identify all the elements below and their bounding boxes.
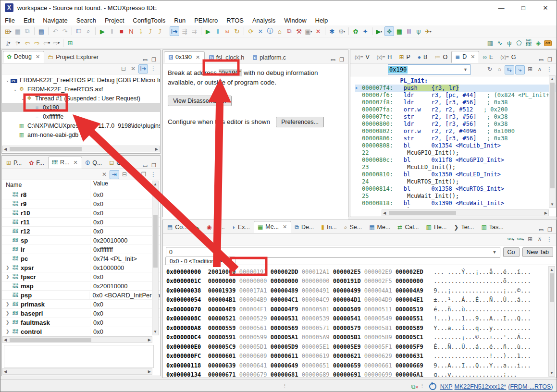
register-row[interactable]: ❯1010 0101fpscr0x0 [2, 272, 160, 282]
remove-all-icon[interactable]: ✕ [129, 65, 137, 73]
disasm-asm-line[interactable]: 00000806: str r2, [r3, #56] ; 0x38 [355, 135, 556, 142]
close-button[interactable]: ✕ [534, 0, 557, 15]
chevron-down-icon[interactable]: ▾ [48, 41, 50, 45]
tab-de-[interactable]: ⧉De... [291, 222, 318, 233]
open-new-editor-icon[interactable]: ⊞ [66, 39, 74, 48]
debug-tree-item[interactable]: ▥arm-none-eabi-gdb [2, 130, 160, 139]
disasm-asm-line[interactable]: 000007fa: orr.w r2, r2, #512 ; 0x200 [355, 106, 556, 113]
remove-terminated-icon[interactable]: ✕ [256, 27, 265, 36]
step-into-icon[interactable]: ⤵ [136, 27, 145, 36]
memory-row[interactable]: 0x00000000 20010000 00000191 000002DD 00… [166, 267, 531, 277]
memory-new-tab-button[interactable]: New Tab [522, 247, 553, 257]
memory-row[interactable]: 0x0000001C 00000000 00000000 00000000 00… [166, 277, 531, 286]
tab-cal-[interactable]: ⇄Cal... [394, 222, 422, 233]
chevron-down-icon[interactable]: ▾ [380, 29, 382, 34]
debug-bug-icon[interactable]: ✿ [351, 27, 360, 36]
registers-vscrollbar[interactable]: ▲ ▼ [152, 181, 159, 335]
link-icon[interactable]: ⧉ [285, 27, 294, 36]
resume-at-line-icon[interactable]: ⇉ [190, 27, 198, 36]
minimize-view-icon[interactable]: ▭ [143, 57, 148, 63]
tab-v[interactable]: (x)=V [351, 52, 373, 63]
menu-window[interactable]: Window [280, 16, 310, 25]
move-to-line-icon[interactable]: ⇶ [180, 27, 189, 36]
pemicro-tool-icon[interactable]: ⚒ [295, 27, 303, 36]
status-link-project[interactable]: (FRDM-...RTOS) [508, 383, 553, 390]
info-icon[interactable]: ⓘ [266, 27, 274, 36]
disasm-asm-line[interactable]: 00000808: bl 0x1354 <McuLib_Init> [355, 142, 556, 149]
disconnect-icon[interactable]: N [127, 27, 136, 36]
tab-ex-[interactable]: ◗Ex... [229, 222, 254, 233]
register-row[interactable]: ❯1010 0101basepri0x0 [2, 309, 160, 318]
view-menu-icon[interactable]: ⋮ [545, 65, 554, 74]
menu-help[interactable]: Help [311, 16, 333, 25]
new-memory-view-icon[interactable]: ⊞ [526, 235, 534, 244]
column-name[interactable]: Name [2, 180, 90, 190]
suspend-icon[interactable]: ‖ [108, 27, 116, 36]
step-over-icon[interactable]: ⤴ [146, 27, 155, 36]
tab-se-[interactable]: ⌕Se... [341, 222, 366, 233]
register-row[interactable]: 1010 0101r100x0 [2, 208, 160, 218]
menu-pemicro[interactable]: PEMicro [190, 16, 222, 25]
shield-icon[interactable]: ⬠ [515, 39, 523, 48]
signal-wave-icon[interactable]: ∿ [495, 39, 504, 48]
disasm-source-line[interactable]: 24 McuRTOS_Init(); [355, 178, 556, 185]
settings-icon[interactable]: ⚙▾ [337, 27, 346, 36]
minimize-view-icon[interactable]: ▭ [143, 162, 148, 169]
refresh-view-icon[interactable]: ↻ [485, 65, 494, 74]
new-view-icon[interactable]: ⊞ [526, 65, 534, 74]
ide-assistant-icon[interactable]: ❖ [384, 26, 394, 36]
memory-row[interactable]: 0x0000008C 00000521 00000529 00000531 00… [166, 314, 531, 324]
memory-address-input[interactable]: 0 ▼ [166, 247, 500, 257]
chevron-down-icon[interactable]: ▾ [8, 41, 10, 45]
tab-of-[interactable]: ⊟Of... [106, 158, 132, 169]
maximize-button[interactable]: □ [512, 0, 534, 15]
disasm-source-line[interactable]: 22 McuGPIO_Init(); [355, 149, 556, 157]
registers-hscrollbar[interactable]: ◀ ▶ [2, 336, 152, 343]
view-disassembly-button[interactable]: View Disassembly... [168, 96, 232, 106]
chevron-down-icon[interactable]: ▾ [522, 237, 524, 242]
import-icon[interactable]: ⤓▾ [4, 39, 12, 48]
chevron-down-icon[interactable]: ▾ [513, 237, 515, 242]
home-icon[interactable]: ⌂ [495, 65, 504, 74]
memory-row[interactable]: 0x000000A8 00000559 00000561 00000569 00… [166, 323, 531, 333]
menu-rtos[interactable]: RTOS [222, 16, 248, 25]
disasm-asm-line[interactable]: 00000800: ldr r2, [r3, #56] ; 0x38 [355, 121, 556, 128]
maximize-view-icon[interactable]: ❐ [339, 57, 344, 63]
disasm-label-line[interactable]: PL_Init: [355, 77, 556, 85]
minimize-view-icon[interactable]: ▭ [539, 227, 544, 233]
inspect-icon[interactable]: ⌕ [84, 27, 93, 36]
new-c-file-icon[interactable]: ✱ [328, 27, 336, 36]
menu-analysis[interactable]: Analysis [248, 16, 280, 25]
chevron-down-icon[interactable]: ▾ [58, 41, 60, 45]
disasm-asm-line[interactable]: 00000818: bl 0x1390 <McuWait_Init> [355, 200, 556, 207]
pin-icon[interactable]: ⊼ [535, 65, 544, 74]
skip-all-breakpoints-icon[interactable]: ▤ [37, 27, 46, 36]
instruction-stepping-mode-icon[interactable]: i➜ [138, 64, 148, 74]
menu-edit[interactable]: Edit [19, 16, 38, 25]
menu-search[interactable]: Search [72, 16, 100, 25]
status-link-nxp[interactable]: NXP [440, 383, 453, 390]
forward-icon[interactable]: ⇨▾ [52, 39, 61, 48]
memory-table[interactable]: 0x00000000 20010000 00000191 000002DD 00… [163, 265, 556, 377]
debug-tree-item[interactable]: ⌄PEFRDM-K22F_FreeRTOS PE Debug [GDB PEMi… [2, 75, 160, 85]
tab-platform-c[interactable]: cplatform.c [248, 52, 290, 63]
disasm-source-line[interactable]: 27 } [355, 207, 556, 208]
debug-probe-console-icon[interactable]: ⧠ [74, 27, 83, 36]
chevron-down-icon[interactable]: ▾ [430, 29, 432, 34]
maximize-view-icon[interactable]: ❐ [547, 57, 552, 63]
suspend-all-icon[interactable]: ‖ [213, 27, 222, 36]
save-all-icon[interactable]: ⧉ [23, 27, 32, 36]
register-row[interactable]: 1010 0101psp0x0 <BOARD_InitPeriph [2, 291, 160, 300]
relaunch-icon[interactable]: ↻ [233, 27, 241, 36]
memory-row[interactable]: 0x00000118 00000639 00000641 00000649 00… [166, 361, 531, 370]
launch-config-icon[interactable]: ⧉✕ [411, 383, 419, 390]
tab-project-explorer[interactable]: 🗀Project Explorer [44, 52, 102, 63]
register-row[interactable]: 1010 0101r80x0 [2, 190, 160, 199]
memory-row[interactable]: 0x00000134 00000671 00000679 00000681 00… [166, 370, 517, 378]
instruction-stepping-icon[interactable]: i➜ [170, 26, 179, 36]
show-details-icon[interactable]: ✕ [100, 171, 109, 179]
binary-icon[interactable]: 1001 1010 0101 [524, 39, 533, 48]
disasm-source-line[interactable]: 25 McuWait_Init(); [355, 193, 556, 200]
tab-in-[interactable]: ▮In... [318, 222, 340, 233]
close-icon[interactable]: ✕ [73, 159, 77, 166]
